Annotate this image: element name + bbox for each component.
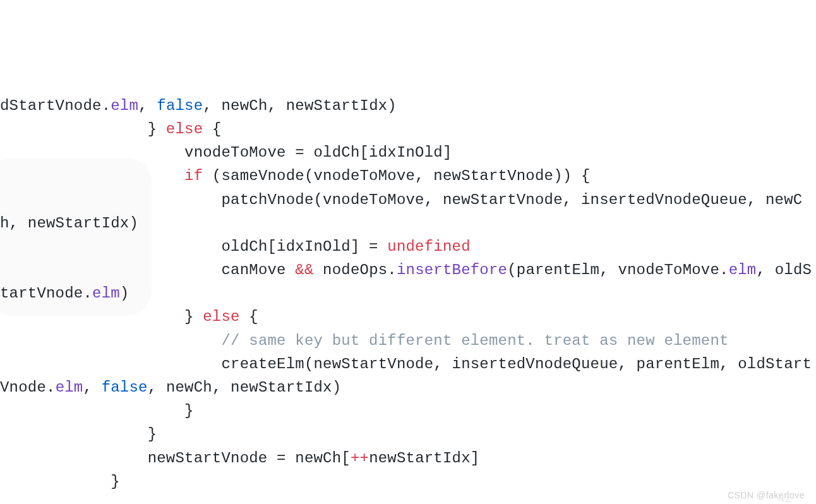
code-token: undefined <box>387 238 470 255</box>
code-token: newStartVnode = newCh[ <box>0 450 351 467</box>
code-token: , newCh, newStartIdx) <box>203 97 397 114</box>
code-token: ++ <box>351 450 369 467</box>
code-token: ) <box>120 285 129 302</box>
code-token: } <box>0 308 203 325</box>
code-comment: // same key but different element. treat… <box>221 332 728 349</box>
code-token: elm <box>111 97 138 114</box>
code-token <box>0 167 184 184</box>
code-token: . <box>46 379 56 396</box>
code-token: newStartIdx] <box>369 450 479 467</box>
code-token: false <box>157 97 203 114</box>
code-text: dStartVnode.elm, false, newCh, newStartI… <box>0 94 816 493</box>
code-token: insertBefore <box>397 261 507 279</box>
code-token: , newCh, newStartIdx) <box>148 379 342 396</box>
code-token: , <box>83 379 101 396</box>
code-token: } <box>0 473 120 490</box>
code-token: dStartVnode <box>0 97 102 114</box>
code-token: . <box>719 261 729 279</box>
code-token: else <box>203 308 239 325</box>
code-token: { <box>240 308 258 325</box>
code-token: elm <box>92 285 120 302</box>
code-token: . <box>83 285 92 302</box>
code-token: vnodeToMove = oldCh[idxInOld] <box>0 144 452 161</box>
code-token: (sameVnode(vnodeToMove, newStartVnode)) … <box>203 167 590 184</box>
code-token: { <box>203 121 221 138</box>
code-token: . <box>387 261 397 279</box>
code-token: , <box>138 97 157 114</box>
code-token: canMove <box>0 261 295 279</box>
code-token: . <box>102 97 111 114</box>
code-token: elm <box>56 379 83 396</box>
code-token: false <box>102 379 148 396</box>
code-token: } <box>0 121 166 138</box>
code-token: } <box>0 402 194 419</box>
code-token: oldCh[idxInOld] = <box>0 238 387 255</box>
code-token: (parentElm, vnodeToMove <box>507 261 719 279</box>
code-token: else <box>166 121 203 138</box>
code-token: nodeOps <box>314 261 388 279</box>
code-token: patchVnode(vnodeToMove, newStartVnode, i… <box>0 191 802 232</box>
code-token: && <box>295 261 313 279</box>
code-token <box>0 332 221 349</box>
code-token: elm <box>729 261 757 279</box>
code-token: if <box>184 167 203 184</box>
code-block: dStartVnode.elm, false, newCh, newStartI… <box>0 0 816 504</box>
code-token: } <box>0 426 157 443</box>
